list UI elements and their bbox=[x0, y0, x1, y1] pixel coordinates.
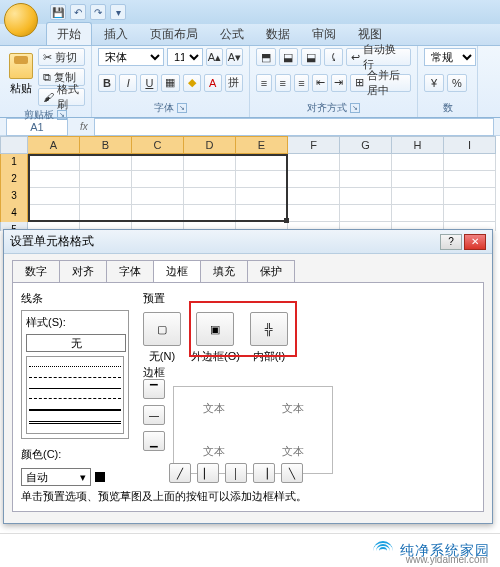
col-header[interactable]: H bbox=[392, 136, 444, 154]
border-preview[interactable]: 文本 文本 文本 文本 bbox=[173, 386, 333, 474]
tab-formulas[interactable]: 公式 bbox=[210, 23, 254, 45]
preset-none-button[interactable]: ▢ 无(N) bbox=[143, 312, 181, 364]
col-header[interactable]: E bbox=[236, 136, 288, 154]
preset-inside-button[interactable]: ╬ 内部(I) bbox=[250, 312, 288, 364]
dlg-tab-protection[interactable]: 保护 bbox=[247, 260, 295, 282]
border-label: 边框 bbox=[143, 365, 333, 380]
fx-icon[interactable]: fx bbox=[80, 121, 88, 132]
border-top-button[interactable]: ▔ bbox=[143, 379, 165, 399]
border-left-button[interactable]: ▏ bbox=[197, 463, 219, 483]
col-header[interactable]: G bbox=[340, 136, 392, 154]
line-style-list[interactable] bbox=[26, 356, 124, 434]
align-bottom-button[interactable]: ⬓ bbox=[301, 48, 321, 66]
align-center-button[interactable]: ≡ bbox=[275, 74, 291, 92]
select-all-corner[interactable] bbox=[0, 136, 28, 154]
clipboard-group-label: 剪贴板 bbox=[24, 108, 54, 122]
redo-icon[interactable]: ↷ bbox=[90, 4, 106, 20]
paste-button[interactable]: 粘贴 bbox=[6, 48, 35, 100]
tab-insert[interactable]: 插入 bbox=[94, 23, 138, 45]
copy-icon: ⧉ bbox=[43, 71, 51, 84]
border-hmid-button[interactable]: ― bbox=[143, 405, 165, 425]
dlg-tab-number[interactable]: 数字 bbox=[12, 260, 60, 282]
italic-button[interactable]: I bbox=[119, 74, 137, 92]
percent-button[interactable]: % bbox=[447, 74, 467, 92]
increase-indent-button[interactable]: ⇥ bbox=[331, 74, 347, 92]
cut-button[interactable]: ✂剪切 bbox=[38, 48, 85, 66]
number-group-label: 数 bbox=[443, 101, 453, 115]
save-icon[interactable]: 💾 bbox=[50, 4, 66, 20]
border-button[interactable]: ▦ bbox=[161, 74, 179, 92]
tab-home[interactable]: 开始 bbox=[46, 22, 92, 45]
sample-text: 文本 bbox=[253, 387, 332, 430]
qat-more-icon[interactable]: ▾ bbox=[110, 4, 126, 20]
font-color-button[interactable]: A bbox=[204, 74, 222, 92]
tab-page-layout[interactable]: 页面布局 bbox=[140, 23, 208, 45]
col-header[interactable]: D bbox=[184, 136, 236, 154]
color-select[interactable]: 自动 ▾ bbox=[21, 468, 91, 486]
tab-review[interactable]: 审阅 bbox=[302, 23, 346, 45]
dlg-tab-font[interactable]: 字体 bbox=[106, 260, 154, 282]
border-diag2-button[interactable]: ╲ bbox=[281, 463, 303, 483]
quick-access-toolbar: 💾 ↶ ↷ ▾ bbox=[0, 0, 500, 24]
decrease-font-button[interactable]: A▾ bbox=[226, 48, 243, 66]
increase-font-button[interactable]: A▴ bbox=[206, 48, 223, 66]
dialog-hint: 单击预置选项、预览草图及上面的按钮可以添加边框样式。 bbox=[21, 489, 307, 504]
scissors-icon: ✂ bbox=[43, 51, 52, 64]
border-diag1-button[interactable]: ╱ bbox=[169, 463, 191, 483]
preset-outline-icon: ▣ bbox=[196, 312, 234, 346]
office-button[interactable] bbox=[4, 3, 38, 37]
line-style-box: 样式(S): 无 bbox=[21, 310, 129, 439]
formula-bar[interactable] bbox=[94, 118, 494, 136]
dialog-title: 设置单元格格式 bbox=[10, 233, 94, 250]
font-name-select[interactable]: 宋体 bbox=[98, 48, 164, 66]
dialog-titlebar[interactable]: 设置单元格格式 ? ✕ bbox=[4, 230, 492, 254]
tab-data[interactable]: 数据 bbox=[256, 23, 300, 45]
dialog-close-button[interactable]: ✕ bbox=[464, 234, 486, 250]
merge-center-button[interactable]: ⊞合并后居中 bbox=[350, 74, 411, 92]
brush-icon: 🖌 bbox=[43, 91, 54, 103]
wifi-icon bbox=[372, 540, 394, 562]
align-middle-button[interactable]: ⬓ bbox=[279, 48, 299, 66]
border-vmid-button[interactable]: │ bbox=[225, 463, 247, 483]
undo-icon[interactable]: ↶ bbox=[70, 4, 86, 20]
row-header[interactable]: 2 bbox=[0, 171, 28, 189]
col-header[interactable]: C bbox=[132, 136, 184, 154]
align-group-label: 对齐方式 bbox=[307, 101, 347, 115]
border-right-button[interactable]: ▕ bbox=[253, 463, 275, 483]
fill-color-button[interactable]: ◆ bbox=[183, 74, 201, 92]
col-header[interactable]: I bbox=[444, 136, 496, 154]
orientation-button[interactable]: ⤹ bbox=[324, 48, 344, 66]
dlg-tab-border[interactable]: 边框 bbox=[153, 260, 201, 282]
bold-button[interactable]: B bbox=[98, 74, 116, 92]
format-painter-button[interactable]: 🖌格式刷 bbox=[38, 88, 85, 106]
align-left-button[interactable]: ≡ bbox=[256, 74, 272, 92]
wrap-icon: ↩ bbox=[351, 51, 360, 64]
decrease-indent-button[interactable]: ⇤ bbox=[312, 74, 328, 92]
preset-label: 预置 bbox=[143, 291, 288, 306]
col-header[interactable]: A bbox=[28, 136, 80, 154]
col-header[interactable]: B bbox=[80, 136, 132, 154]
preset-outline-button[interactable]: ▣ 外边框(O) bbox=[191, 312, 240, 364]
align-top-button[interactable]: ⬒ bbox=[256, 48, 276, 66]
dialog-help-button[interactable]: ? bbox=[440, 234, 462, 250]
style-none-option[interactable]: 无 bbox=[26, 334, 126, 352]
ribbon-tabs: 开始 插入 页面布局 公式 数据 审阅 视图 bbox=[0, 24, 500, 46]
align-expander-icon[interactable]: ↘ bbox=[350, 103, 360, 113]
wrap-text-button[interactable]: ↩自动换行 bbox=[346, 48, 411, 66]
font-size-select[interactable]: 11 bbox=[167, 48, 203, 66]
worksheet-grid[interactable]: A B C D E F G H I 1 2 3 4 5 bbox=[0, 136, 500, 231]
align-right-button[interactable]: ≡ bbox=[294, 74, 310, 92]
row-header[interactable]: 4 bbox=[0, 205, 28, 223]
currency-button[interactable]: ¥ bbox=[424, 74, 444, 92]
col-header[interactable]: F bbox=[288, 136, 340, 154]
border-bottom-button[interactable]: ▁ bbox=[143, 431, 165, 451]
number-format-select[interactable]: 常规 bbox=[424, 48, 476, 66]
font-expander-icon[interactable]: ↘ bbox=[177, 103, 187, 113]
underline-button[interactable]: U bbox=[140, 74, 158, 92]
dlg-tab-fill[interactable]: 填充 bbox=[200, 260, 248, 282]
row-header[interactable]: 3 bbox=[0, 188, 28, 206]
dlg-tab-alignment[interactable]: 对齐 bbox=[59, 260, 107, 282]
clipboard-expander-icon[interactable]: ↘ bbox=[57, 110, 67, 120]
row-header[interactable]: 1 bbox=[0, 154, 28, 172]
phonetic-button[interactable]: 拼 bbox=[225, 74, 243, 92]
